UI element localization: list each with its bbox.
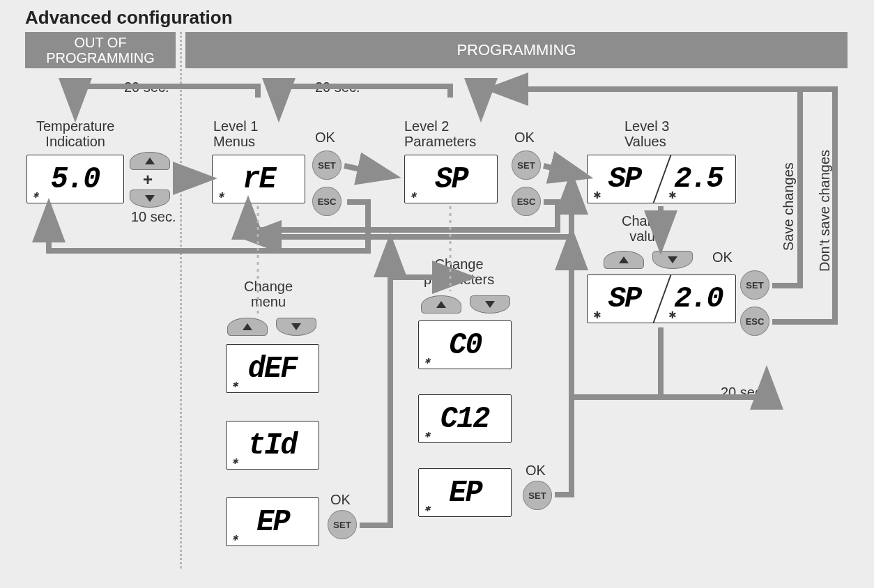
label-save-changes: Save changes bbox=[781, 111, 797, 251]
label-ok-l1: OK bbox=[315, 130, 335, 145]
lcd-param-ep-value: EP bbox=[449, 475, 481, 510]
lcd-menu-def-value: dEF bbox=[248, 351, 297, 386]
snowflake-icon: ✱ bbox=[218, 189, 222, 201]
label-ok-param: OK bbox=[526, 463, 546, 478]
label-change-value: Change value bbox=[622, 213, 670, 244]
label-ok-value: OK bbox=[712, 249, 733, 265]
snowflake-icon: ✱ bbox=[232, 378, 236, 390]
label-level1: Level 1 Menus bbox=[213, 118, 259, 149]
esc-button-l2[interactable]: ESC bbox=[512, 187, 541, 216]
timeout-20sec-2: 20 sec. bbox=[315, 79, 360, 95]
lcd-level3-right: 2.5 bbox=[674, 162, 723, 196]
plus-icon: + bbox=[143, 170, 153, 189]
rocker-up-temp[interactable] bbox=[130, 152, 170, 170]
set-button-menu[interactable]: SET bbox=[328, 510, 357, 539]
timeout-20sec-3: 20 sec. bbox=[721, 385, 765, 400]
rocker-down-menu[interactable] bbox=[276, 318, 316, 336]
lcd-menu-tid-value: tId bbox=[248, 428, 297, 463]
set-button-l2[interactable]: SET bbox=[512, 150, 541, 180]
lcd-level1-value: rE bbox=[243, 162, 275, 196]
lcd-param-c12: C12✱ bbox=[418, 394, 512, 443]
label-temperature: Temperature Indication bbox=[36, 118, 114, 149]
snowflake-icon: ✱ bbox=[424, 502, 429, 514]
lcd-menu-tid: tId✱ bbox=[226, 421, 319, 470]
timeout-20sec-1: 20 sec. bbox=[124, 79, 169, 95]
page-title: Advanced configuration bbox=[25, 7, 233, 29]
rocker-down-value[interactable] bbox=[652, 251, 693, 269]
label-ok-menu: OK bbox=[330, 492, 351, 507]
snowflake-icon: ✱ bbox=[424, 428, 429, 440]
lcd-menu-def: dEF✱ bbox=[226, 344, 319, 393]
snowflake-icon: ✱ bbox=[668, 189, 677, 201]
label-ok-l2: OK bbox=[514, 130, 535, 145]
lcd-level3-left: SP bbox=[608, 162, 641, 196]
lcd-value-right: 2.0 bbox=[674, 282, 723, 316]
lcd-value-edit: SP 2.0 ✱ ✱ bbox=[587, 274, 736, 323]
lcd-level2: SP ✱ bbox=[404, 155, 498, 203]
header-programming: PROGRAMMING bbox=[185, 32, 848, 68]
set-button-param[interactable]: SET bbox=[523, 481, 552, 510]
lcd-menu-ep: EP✱ bbox=[226, 497, 319, 546]
lcd-temperature: 5.0 ✱ bbox=[26, 155, 124, 203]
header-out-of-programming: OUT OF PROGRAMMING bbox=[25, 32, 176, 68]
lcd-param-ep: EP✱ bbox=[418, 468, 512, 517]
lcd-level3: SP 2.5 ✱ ✱ bbox=[587, 155, 736, 203]
label-change-parameters: Change parameters bbox=[424, 256, 494, 287]
set-button-l1[interactable]: SET bbox=[312, 150, 342, 180]
lcd-param-c12-value: C12 bbox=[440, 401, 489, 436]
snowflake-icon: ✱ bbox=[593, 309, 601, 320]
snowflake-icon: ✱ bbox=[424, 355, 429, 366]
label-level3: Level 3 Values bbox=[624, 118, 670, 149]
snowflake-icon: ✱ bbox=[232, 455, 236, 467]
timeout-10sec: 10 sec. bbox=[131, 209, 176, 224]
rocker-down-param[interactable] bbox=[470, 295, 510, 314]
label-level2: Level 2 Parameters bbox=[404, 118, 476, 149]
rocker-up-param[interactable] bbox=[421, 295, 461, 314]
snowflake-icon: ✱ bbox=[593, 189, 601, 201]
snowflake-icon: ✱ bbox=[232, 532, 236, 543]
lcd-menu-ep-value: EP bbox=[256, 504, 289, 539]
label-change-menu: Change menu bbox=[244, 279, 293, 309]
esc-button-value[interactable]: ESC bbox=[740, 307, 769, 336]
lcd-level2-value: SP bbox=[435, 162, 467, 196]
rocker-up-value[interactable] bbox=[604, 251, 644, 269]
rocker-down-temp[interactable] bbox=[130, 189, 170, 208]
lcd-param-c0-value: C0 bbox=[449, 327, 481, 362]
snowflake-icon: ✱ bbox=[411, 189, 415, 201]
set-button-value[interactable]: SET bbox=[740, 270, 769, 300]
lcd-param-c0: C0✱ bbox=[418, 320, 512, 369]
lcd-temperature-value: 5.0 bbox=[51, 162, 100, 196]
esc-button-l1[interactable]: ESC bbox=[312, 187, 342, 216]
snowflake-icon: ✱ bbox=[33, 189, 37, 201]
lcd-level1: rE ✱ bbox=[212, 155, 305, 203]
lcd-value-left: SP bbox=[608, 282, 641, 316]
separator-out-programming bbox=[180, 32, 182, 568]
rocker-up-menu[interactable] bbox=[227, 318, 268, 336]
snowflake-icon: ✱ bbox=[668, 309, 677, 320]
label-dont-save: Don't save changes bbox=[817, 91, 833, 272]
